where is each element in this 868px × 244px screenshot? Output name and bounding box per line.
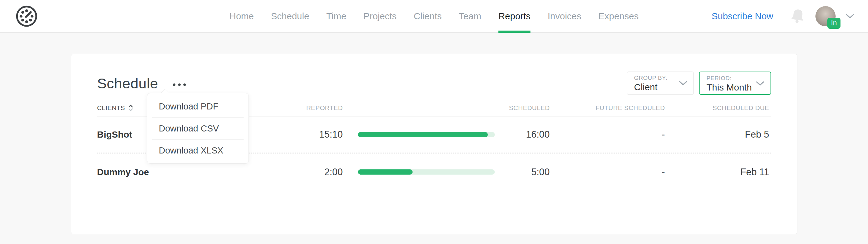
- dot-icon: [183, 84, 186, 86]
- clients-header-label: CLIENTS: [97, 104, 125, 112]
- nav-item-clients[interactable]: Clients: [414, 0, 442, 32]
- reported-value: 2:00: [232, 166, 343, 178]
- app-logo[interactable]: [15, 5, 38, 28]
- period-select[interactable]: PERIOD: This Month: [699, 71, 771, 95]
- column-header-future-scheduled[interactable]: FUTURE SCHEDULED: [550, 104, 665, 112]
- menu-item-download-pdf[interactable]: Download PDF: [147, 96, 248, 117]
- dot-icon: [178, 84, 181, 86]
- more-options-button[interactable]: [170, 81, 188, 88]
- user-avatar[interactable]: In: [815, 6, 836, 26]
- progress-bar-fill: [358, 132, 488, 137]
- scheduled-due-value: Feb 5: [665, 129, 769, 140]
- top-right-cluster: Subscribe Now In: [712, 0, 855, 32]
- column-header-scheduled[interactable]: SCHEDULED: [495, 104, 550, 112]
- nav-item-time[interactable]: Time: [327, 0, 347, 32]
- subscribe-now-link[interactable]: Subscribe Now: [712, 11, 773, 22]
- top-nav-bar: Home Schedule Time Projects Clients Team…: [0, 0, 868, 33]
- report-filters: GROUP BY: Client PERIOD: This Month: [627, 71, 771, 95]
- download-menu-popover: Download PDF Download CSV Download XLSX: [147, 93, 249, 163]
- future-scheduled-value: -: [550, 129, 665, 140]
- notifications-bell-icon[interactable]: [789, 8, 806, 25]
- nav-item-team[interactable]: Team: [459, 0, 481, 32]
- client-name[interactable]: Dummy Joe: [97, 167, 232, 177]
- nav-item-home[interactable]: Home: [229, 0, 254, 32]
- chevron-down-icon: [756, 81, 765, 86]
- future-scheduled-value: -: [550, 166, 665, 178]
- nav-item-expenses[interactable]: Expenses: [598, 0, 639, 32]
- schedule-report-card: Schedule GROUP BY: Client PERIOD:: [71, 54, 797, 234]
- dot-icon: [173, 84, 176, 86]
- scheduled-value: 5:00: [495, 166, 550, 178]
- chevron-down-icon: [679, 81, 687, 86]
- nav-item-schedule[interactable]: Schedule: [271, 0, 309, 32]
- sort-asc-icon: [128, 104, 133, 112]
- progress-bar-fill: [358, 170, 413, 175]
- menu-item-download-csv[interactable]: Download CSV: [147, 118, 248, 140]
- nav-item-reports[interactable]: Reports: [498, 0, 531, 32]
- clock-logo-icon: [15, 5, 38, 28]
- column-header-scheduled-due[interactable]: SCHEDULED DUE: [665, 104, 769, 112]
- scheduled-due-value: Feb 11: [665, 166, 769, 178]
- main-content: Schedule GROUP BY: Client PERIOD:: [0, 54, 868, 234]
- nav-item-projects[interactable]: Projects: [363, 0, 396, 32]
- chevron-down-icon[interactable]: [845, 13, 855, 19]
- page-title: Schedule: [97, 75, 158, 92]
- nav-item-invoices[interactable]: Invoices: [548, 0, 581, 32]
- progress-bar: [358, 170, 495, 175]
- scheduled-value: 16:00: [495, 129, 550, 140]
- main-nav: Home Schedule Time Projects Clients Team…: [229, 0, 639, 32]
- group-by-select[interactable]: GROUP BY: Client: [627, 71, 694, 95]
- status-badge: In: [827, 18, 840, 29]
- progress-bar: [358, 132, 495, 137]
- menu-item-download-xlsx[interactable]: Download XLSX: [147, 140, 248, 161]
